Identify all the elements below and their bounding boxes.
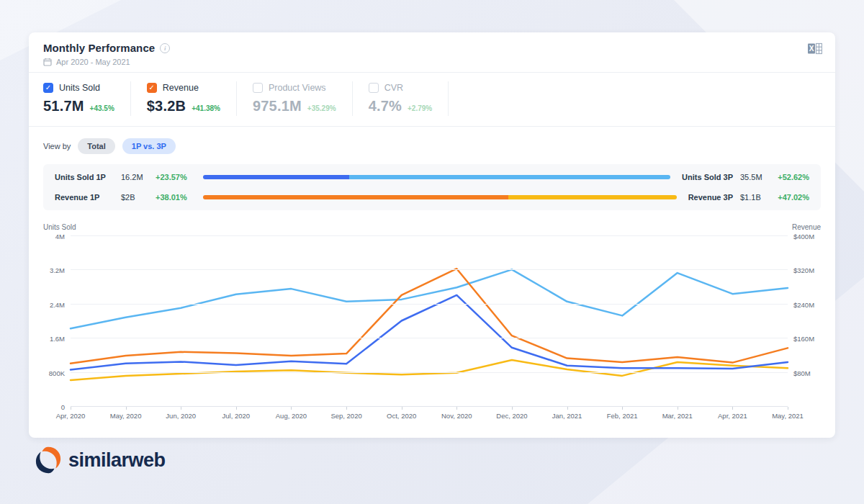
excel-export-button[interactable]: X bbox=[808, 42, 822, 58]
similarweb-logo-icon bbox=[35, 446, 62, 474]
info-icon[interactable]: i bbox=[160, 43, 170, 53]
chart-lines bbox=[71, 235, 788, 406]
view-by-1p-vs-3p-pill[interactable]: 1P vs. 3P bbox=[122, 138, 176, 154]
right-tick-label: $240M bbox=[793, 301, 814, 309]
left-tick-label: 3.2M bbox=[50, 266, 65, 274]
month-label: Dec, 2020 bbox=[487, 412, 537, 420]
month-label: Sep, 2020 bbox=[321, 412, 372, 420]
metric-value: 975.1M bbox=[253, 98, 302, 114]
month-label: Feb, 2021 bbox=[597, 412, 647, 420]
month-label: Mar, 2021 bbox=[652, 412, 703, 420]
month-label: Jul, 2020 bbox=[211, 412, 261, 420]
metric-card-units-sold[interactable]: ✓ Units Sold 51.7M +43.5% bbox=[43, 81, 131, 116]
revenue-checkbox[interactable]: ✓ bbox=[147, 83, 157, 93]
metric-card-product-views[interactable]: Product Views 975.1M +35.29% bbox=[253, 81, 353, 116]
metric-change-badge: +43.5% bbox=[90, 104, 114, 112]
excel-export-icon: X bbox=[808, 42, 822, 55]
product-views-checkbox[interactable] bbox=[253, 83, 263, 93]
month-label: Jan, 2021 bbox=[542, 412, 593, 420]
metric-label: Revenue bbox=[163, 83, 199, 93]
metric-label: CVR bbox=[384, 83, 403, 93]
right-axis-title: Revenue bbox=[792, 223, 821, 231]
left-tick-label: 800K bbox=[49, 369, 65, 377]
monthly-performance-card: Monthly Performance i Apr 2020 - May 202… bbox=[29, 32, 835, 438]
page-title: Monthly Performance bbox=[43, 42, 155, 54]
right-label: Units Sold 3P bbox=[682, 173, 733, 181]
performance-line-chart: Units Sold Revenue 4M3.2M2.4M1.6M800K0 $… bbox=[29, 220, 835, 425]
revenue-split-bar bbox=[203, 195, 677, 199]
metric-card-revenue[interactable]: ✓ Revenue $3.2B +41.38% bbox=[147, 81, 237, 116]
view-by-total-pill[interactable]: Total bbox=[78, 138, 114, 154]
metric-cards-row: ✓ Units Sold 51.7M +43.5% ✓ Revenue $3.2… bbox=[29, 73, 835, 127]
line-revenue-3p bbox=[71, 360, 788, 380]
left-value: $2B bbox=[121, 193, 156, 202]
left-label: Revenue 1P bbox=[55, 193, 121, 202]
left-tick-label: 0 bbox=[61, 403, 65, 411]
left-label: Units Sold 1P bbox=[55, 173, 121, 181]
left-axis-ticks: 4M3.2M2.4M1.6M800K0 bbox=[43, 235, 71, 406]
left-value: 16.2M bbox=[121, 173, 156, 181]
metric-value: 4.7% bbox=[369, 98, 402, 114]
month-label: Jun, 2020 bbox=[156, 412, 206, 420]
left-tick-label: 4M bbox=[55, 233, 65, 240]
metric-card-cvr[interactable]: CVR 4.7% +2.79% bbox=[369, 81, 449, 116]
month-label: Oct, 2020 bbox=[377, 412, 427, 420]
right-tick-label: $400M bbox=[793, 233, 814, 240]
units-sold-checkbox[interactable]: ✓ bbox=[43, 83, 53, 93]
similarweb-branding: similarweb bbox=[35, 446, 166, 474]
calendar-icon bbox=[43, 58, 52, 66]
line-revenue-1p bbox=[71, 269, 788, 364]
month-label: Nov, 2020 bbox=[431, 412, 482, 420]
metric-change-badge: +2.79% bbox=[408, 104, 432, 112]
month-label: Apr, 2020 bbox=[45, 412, 96, 420]
metric-change-badge: +41.38% bbox=[192, 104, 220, 112]
similarweb-logo-text: similarweb bbox=[68, 449, 166, 472]
right-tick-label: $80M bbox=[793, 369, 811, 377]
right-tick-label: $160M bbox=[793, 335, 814, 343]
view-by-toggle: View by Total 1P vs. 3P bbox=[29, 127, 835, 163]
metric-value: $3.2B bbox=[147, 98, 186, 114]
left-tick-label: 1.6M bbox=[50, 335, 65, 343]
units-sold-split-bar bbox=[203, 175, 670, 179]
month-label: May, 2020 bbox=[101, 412, 151, 420]
metric-label: Product Views bbox=[269, 83, 326, 93]
metric-value: 51.7M bbox=[43, 98, 84, 114]
metric-change-badge: +35.29% bbox=[307, 104, 336, 112]
view-by-label: View by bbox=[43, 142, 71, 150]
units-sold-comparison-row: Units Sold 1P 16.2M +23.57% Units Sold 3… bbox=[55, 173, 809, 181]
left-axis-title: Units Sold bbox=[43, 223, 76, 231]
right-value: $1.1B bbox=[740, 193, 772, 202]
chart-plot-area bbox=[71, 235, 788, 406]
date-range-picker[interactable]: Apr 2020 - May 2021 bbox=[43, 58, 821, 66]
svg-text:X: X bbox=[809, 45, 814, 53]
month-label: May, 2021 bbox=[762, 412, 813, 420]
month-label: Aug, 2020 bbox=[266, 412, 316, 420]
x-axis: Apr, 2020May, 2020Jun, 2020Jul, 2020Aug,… bbox=[71, 406, 788, 425]
right-axis-ticks: $400M$320M$240M$160M$80M bbox=[788, 235, 821, 406]
right-change-badge: +52.62% bbox=[772, 173, 809, 181]
right-value: 35.5M bbox=[740, 173, 772, 181]
metric-label: Units Sold bbox=[59, 83, 100, 93]
left-change-badge: +23.57% bbox=[156, 173, 203, 181]
date-range-label: Apr 2020 - May 2021 bbox=[56, 58, 130, 66]
revenue-comparison-row: Revenue 1P $2B +38.01% Revenue 3P $1.1B … bbox=[55, 193, 809, 202]
comparison-panel: Units Sold 1P 16.2M +23.57% Units Sold 3… bbox=[43, 164, 821, 210]
right-change-badge: +47.02% bbox=[772, 193, 809, 202]
line-units-sold-3p bbox=[71, 269, 788, 328]
right-tick-label: $320M bbox=[793, 266, 814, 274]
left-tick-label: 2.4M bbox=[50, 301, 65, 309]
month-label: Apr, 2021 bbox=[707, 412, 757, 420]
right-label: Revenue 3P bbox=[688, 193, 733, 202]
line-units-sold-1p bbox=[71, 295, 788, 370]
left-change-badge: +38.01% bbox=[156, 193, 203, 202]
cvr-checkbox[interactable] bbox=[369, 83, 379, 93]
card-header: Monthly Performance i Apr 2020 - May 202… bbox=[29, 32, 835, 73]
